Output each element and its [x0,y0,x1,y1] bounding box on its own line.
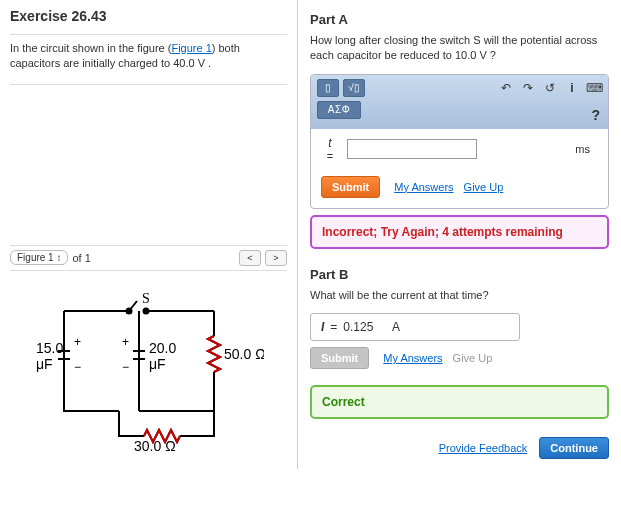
res1-label: 50.0 Ω [224,346,264,362]
part-b-submit-button: Submit [310,347,369,369]
cap2-value: 20.0 [149,340,176,356]
circuit-diagram: S 15.0 μF + − 20.0 μF + − 50.0 Ω 30.0 Ω [10,271,287,461]
part-a-section: Part A How long after closing the switch… [310,12,609,249]
switch-label: S [142,291,150,306]
equation-toolbar: ▯ √▯ ΑΣΦ ↶ ↷ ↺ i ⌨ ? [311,75,608,129]
part-a-submit-button[interactable]: Submit [321,176,380,198]
part-b-my-answers-link[interactable]: My Answers [383,352,442,364]
figure-prev-button[interactable]: < [239,250,261,266]
toolbar-btn-greek[interactable]: ΑΣΦ [317,101,361,119]
reset-icon[interactable]: ↺ [542,81,558,95]
exercise-prompt: In the circuit shown in the figure (Figu… [10,34,287,85]
part-b-answer-box: I = 0.125 A [310,313,520,341]
cap2-minus-icon: − [122,360,129,374]
redo-icon[interactable]: ↷ [520,81,536,95]
prompt-text-pre: In the circuit shown in the figure ( [10,42,171,54]
part-a-question: How long after closing the switch S will… [310,33,609,64]
cap2-unit: μF [149,356,166,372]
keyboard-icon[interactable]: ⌨ [586,81,602,95]
part-b-question: What will be the current at that time? [310,288,609,303]
part-b-section: Part B What will be the current at that … [310,267,609,419]
part-a-input[interactable] [347,139,477,159]
part-a-equals: = [327,151,333,162]
part-b-unit: A [392,320,400,334]
cap1-minus-icon: − [74,360,81,374]
toolbar-btn-sqrt[interactable]: √▯ [343,79,365,97]
part-a-my-answers-link[interactable]: My Answers [394,181,453,193]
svg-point-1 [143,308,148,313]
part-b-title: Part B [310,267,609,282]
info-icon[interactable]: i [564,81,580,95]
figure-next-button[interactable]: > [265,250,287,266]
figure-of-text: of 1 [72,252,90,264]
part-b-value: 0.125 [343,320,373,334]
cap1-unit: μF [36,356,53,372]
cap1-value: 15.0 [36,340,63,356]
part-a-feedback: Incorrect; Try Again; 4 attempts remaini… [310,215,609,249]
exercise-title: Exercise 26.43 [10,8,287,24]
part-b-feedback: Correct [310,385,609,419]
figure-dropdown[interactable]: Figure 1 ↕ [10,250,68,265]
figure-link[interactable]: Figure 1 [171,42,211,54]
part-a-answer-pod: ▯ √▯ ΑΣΦ ↶ ↷ ↺ i ⌨ ? [310,74,609,209]
provide-feedback-link[interactable]: Provide Feedback [439,442,528,454]
undo-icon[interactable]: ↶ [498,81,514,95]
continue-button[interactable]: Continue [539,437,609,459]
chevron-updown-icon: ↕ [56,252,61,263]
svg-point-0 [126,308,131,313]
part-b-variable: I [321,320,324,334]
footer-row: Provide Feedback Continue [310,437,609,459]
part-b-give-up-link: Give Up [453,352,493,364]
cap2-plus-icon: + [122,335,129,349]
toolbar-btn-boxed[interactable]: ▯ [317,79,339,97]
part-b-equals: = [330,320,337,334]
help-icon[interactable]: ? [591,107,600,123]
part-a-title: Part A [310,12,609,27]
cap1-plus-icon: + [74,335,81,349]
figure-dropdown-label: Figure 1 [17,252,54,263]
figure-selector-bar: Figure 1 ↕ of 1 < > [10,245,287,271]
part-a-unit: ms [575,143,598,155]
part-a-variable: t [321,137,339,149]
part-a-give-up-link[interactable]: Give Up [464,181,504,193]
